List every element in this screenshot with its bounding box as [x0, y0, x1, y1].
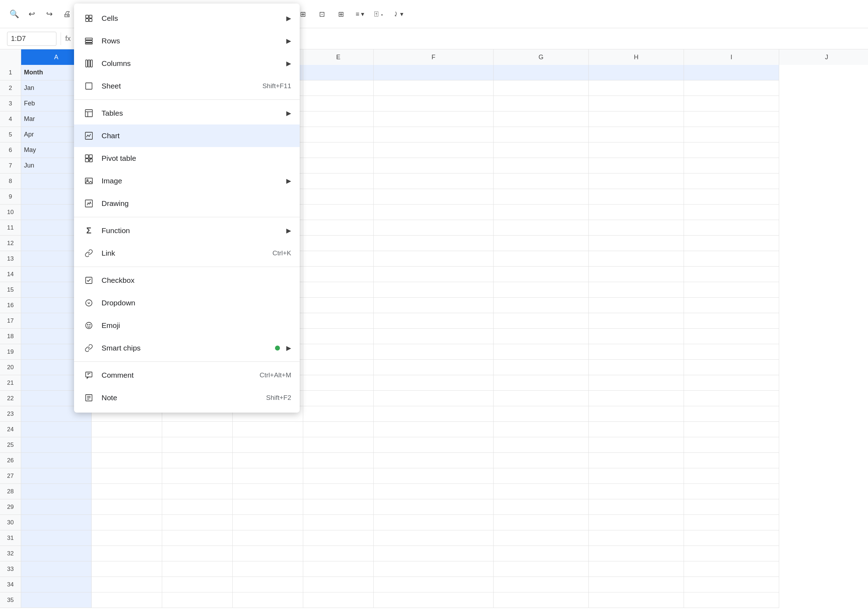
- grid-cell[interactable]: [303, 236, 374, 251]
- grid-cell[interactable]: [684, 236, 779, 251]
- grid-cell[interactable]: [21, 546, 91, 561]
- col-header-f[interactable]: F: [374, 50, 494, 65]
- grid-cell[interactable]: [303, 189, 374, 205]
- grid-cell[interactable]: [162, 515, 232, 530]
- grid-cell[interactable]: [162, 592, 232, 608]
- valign-button[interactable]: ⍐ ▾: [371, 6, 387, 22]
- grid-cell[interactable]: [589, 468, 684, 484]
- grid-cell[interactable]: [232, 422, 303, 437]
- grid-cell[interactable]: [91, 484, 162, 499]
- grid-cell[interactable]: [589, 298, 684, 313]
- grid-cell[interactable]: [374, 468, 494, 484]
- grid-cell[interactable]: [303, 313, 374, 329]
- grid-cell[interactable]: [494, 360, 589, 375]
- grid-cell[interactable]: [303, 453, 374, 468]
- grid-cell[interactable]: [91, 530, 162, 546]
- grid-cell[interactable]: [684, 65, 779, 81]
- grid-cell[interactable]: [494, 391, 589, 406]
- grid-cell[interactable]: [303, 174, 374, 189]
- grid-cell[interactable]: [303, 65, 374, 81]
- grid-cell[interactable]: [589, 360, 684, 375]
- grid-cell[interactable]: [91, 515, 162, 530]
- grid-cell[interactable]: [494, 267, 589, 282]
- menu-item-chart[interactable]: Chart: [74, 124, 300, 147]
- grid-cell[interactable]: [684, 282, 779, 298]
- grid-cell[interactable]: [162, 437, 232, 453]
- grid-cell[interactable]: [589, 499, 684, 515]
- grid-cell[interactable]: [303, 561, 374, 577]
- grid-cell[interactable]: [374, 546, 494, 561]
- grid-cell[interactable]: [21, 592, 91, 608]
- grid-cell[interactable]: [494, 81, 589, 96]
- grid-cell[interactable]: [303, 375, 374, 391]
- grid-cell[interactable]: [232, 577, 303, 592]
- grid-cell[interactable]: [589, 391, 684, 406]
- grid-cell[interactable]: [589, 561, 684, 577]
- grid-cell[interactable]: [162, 468, 232, 484]
- grid-cell[interactable]: [21, 499, 91, 515]
- grid-cell[interactable]: [684, 391, 779, 406]
- grid-cell[interactable]: [374, 577, 494, 592]
- grid-cell[interactable]: [374, 375, 494, 391]
- grid-cell[interactable]: [303, 499, 374, 515]
- grid-cell[interactable]: [374, 236, 494, 251]
- grid-cell[interactable]: [684, 422, 779, 437]
- grid-cell[interactable]: [374, 143, 494, 158]
- grid-cell[interactable]: [303, 546, 374, 561]
- grid-cell[interactable]: [303, 360, 374, 375]
- grid-cell[interactable]: [374, 437, 494, 453]
- grid-cell[interactable]: [589, 282, 684, 298]
- grid-cell[interactable]: [303, 251, 374, 267]
- grid-cell[interactable]: [374, 81, 494, 96]
- col-header-g[interactable]: G: [494, 50, 589, 65]
- grid-cell[interactable]: [684, 251, 779, 267]
- print-button[interactable]: 🖨: [60, 7, 74, 21]
- grid-cell[interactable]: [494, 437, 589, 453]
- grid-cell[interactable]: [374, 313, 494, 329]
- grid-cell[interactable]: [494, 561, 589, 577]
- grid-cell[interactable]: [21, 530, 91, 546]
- grid-cell[interactable]: [21, 437, 91, 453]
- grid-cell[interactable]: [494, 499, 589, 515]
- grid-cell[interactable]: [303, 422, 374, 437]
- grid-cell[interactable]: [21, 453, 91, 468]
- grid-cell[interactable]: [494, 127, 589, 143]
- grid-cell[interactable]: [589, 592, 684, 608]
- grid-cell[interactable]: [162, 499, 232, 515]
- grid-cell[interactable]: [91, 546, 162, 561]
- grid-cell[interactable]: [589, 437, 684, 453]
- menu-item-image[interactable]: Image ▶: [74, 170, 300, 192]
- wrap-button[interactable]: ⤸ ▾: [390, 6, 406, 22]
- search-button[interactable]: 🔍: [7, 7, 21, 21]
- menu-item-link[interactable]: Link Ctrl+K: [74, 242, 300, 265]
- grid-cell[interactable]: [374, 205, 494, 220]
- grid-cell[interactable]: [589, 143, 684, 158]
- grid-cell[interactable]: [374, 158, 494, 174]
- menu-item-emoji[interactable]: Emoji: [74, 314, 300, 337]
- grid-cell[interactable]: [494, 313, 589, 329]
- grid-cell[interactable]: [589, 205, 684, 220]
- grid-cell[interactable]: [374, 499, 494, 515]
- grid-cell[interactable]: [589, 267, 684, 282]
- grid-cell[interactable]: [303, 515, 374, 530]
- menu-item-checkbox[interactable]: Checkbox: [74, 269, 300, 291]
- grid-cell[interactable]: [162, 577, 232, 592]
- grid-cell[interactable]: [494, 422, 589, 437]
- grid-cell[interactable]: [589, 453, 684, 468]
- grid-cell[interactable]: [303, 112, 374, 127]
- grid-cell[interactable]: [21, 422, 91, 437]
- grid-cell[interactable]: [91, 577, 162, 592]
- grid-cell[interactable]: [303, 406, 374, 422]
- grid-cell[interactable]: [589, 251, 684, 267]
- grid-cell[interactable]: [684, 189, 779, 205]
- menu-item-columns[interactable]: Columns ▶: [74, 52, 300, 75]
- grid-cell[interactable]: [303, 391, 374, 406]
- grid-cell[interactable]: [589, 515, 684, 530]
- grid-cell[interactable]: [589, 406, 684, 422]
- grid-cell[interactable]: [589, 313, 684, 329]
- grid-cell[interactable]: [589, 484, 684, 499]
- grid-cell[interactable]: [589, 127, 684, 143]
- grid-cell[interactable]: [684, 515, 779, 530]
- grid-cell[interactable]: [684, 530, 779, 546]
- grid-cell[interactable]: [589, 96, 684, 112]
